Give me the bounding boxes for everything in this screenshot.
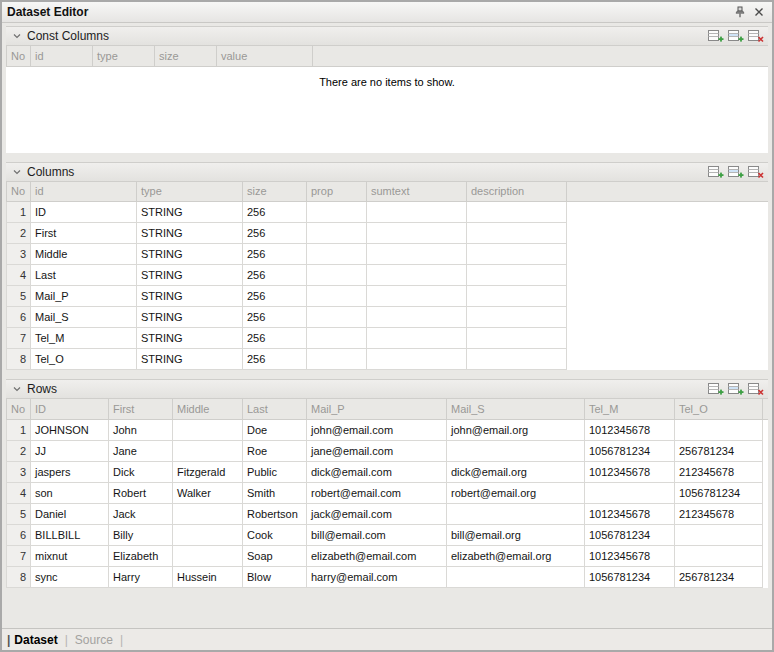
insert-row-icon[interactable] <box>727 382 744 397</box>
column-header-id[interactable]: ID <box>31 399 109 419</box>
add-row-icon[interactable] <box>707 382 724 397</box>
data-cell[interactable]: Daniel <box>31 503 109 524</box>
table-row[interactable]: 4LastSTRING256 <box>7 265 769 286</box>
data-cell[interactable]: 1012345678 <box>585 419 675 440</box>
table-row[interactable]: 8Tel_OSTRING256 <box>7 349 769 370</box>
insert-row-icon[interactable] <box>727 29 744 44</box>
table-row[interactable]: 7mixnutElizabethSoapelizabeth@email.come… <box>7 545 769 566</box>
row-number-cell[interactable]: 3 <box>7 461 31 482</box>
column-header-type[interactable]: type <box>137 182 243 202</box>
table-row[interactable]: 1JOHNSONJohnDoejohn@email.comjohn@email.… <box>7 419 769 440</box>
delete-row-icon[interactable] <box>747 164 764 179</box>
data-cell[interactable]: john@email.org <box>447 419 585 440</box>
data-cell[interactable]: Elizabeth <box>109 545 173 566</box>
table-row[interactable]: 8syncHarryHusseinBlowharry@email.com1056… <box>7 566 769 587</box>
add-row-icon[interactable] <box>707 164 724 179</box>
data-cell[interactable]: dick@email.org <box>447 461 585 482</box>
row-number-cell[interactable]: 6 <box>7 524 31 545</box>
data-cell[interactable]: harry@email.com <box>307 566 447 587</box>
data-cell[interactable] <box>173 419 243 440</box>
table-row[interactable]: 7Tel_MSTRING256 <box>7 328 769 349</box>
data-cell[interactable]: robert@email.org <box>447 482 585 503</box>
row-number-cell[interactable]: 6 <box>7 307 31 328</box>
data-cell[interactable] <box>447 503 585 524</box>
data-cell[interactable]: Soap <box>243 545 307 566</box>
data-cell[interactable] <box>367 307 467 328</box>
data-cell[interactable]: elizabeth@email.com <box>307 545 447 566</box>
column-header-id[interactable]: id <box>31 46 93 66</box>
data-cell[interactable] <box>367 202 467 223</box>
data-cell[interactable] <box>307 223 367 244</box>
data-cell[interactable] <box>467 244 567 265</box>
data-cell[interactable] <box>307 328 367 349</box>
data-cell[interactable]: Cook <box>243 524 307 545</box>
data-cell[interactable]: bill@email.org <box>447 524 585 545</box>
collapse-chevron-icon[interactable] <box>10 165 24 179</box>
data-cell[interactable] <box>467 265 567 286</box>
data-cell[interactable]: 1012345678 <box>585 503 675 524</box>
data-cell[interactable] <box>307 265 367 286</box>
data-cell[interactable]: Tel_M <box>31 328 137 349</box>
data-cell[interactable]: 256 <box>243 265 307 286</box>
tab-source[interactable]: Source <box>75 633 113 647</box>
column-header-tel_o[interactable]: Tel_O <box>675 399 763 419</box>
data-cell[interactable]: Mail_S <box>31 307 137 328</box>
row-number-cell[interactable]: 2 <box>7 223 31 244</box>
data-cell[interactable]: Billy <box>109 524 173 545</box>
data-cell[interactable]: STRING <box>137 349 243 370</box>
data-cell[interactable]: Walker <box>173 482 243 503</box>
data-cell[interactable]: dick@email.com <box>307 461 447 482</box>
column-header-tel_m[interactable]: Tel_M <box>585 399 675 419</box>
tab-dataset[interactable]: Dataset <box>14 633 57 647</box>
table-row[interactable]: 3jaspersDickFitzgeraldPublicdick@email.c… <box>7 461 769 482</box>
row-number-cell[interactable]: 8 <box>7 566 31 587</box>
data-cell[interactable]: 1056781234 <box>585 440 675 461</box>
table-row[interactable]: 6BILLBILLBillyCookbill@email.combill@ema… <box>7 524 769 545</box>
data-cell[interactable]: Jane <box>109 440 173 461</box>
data-cell[interactable] <box>467 349 567 370</box>
table-row[interactable]: 5Mail_PSTRING256 <box>7 286 769 307</box>
column-header-no[interactable]: No <box>7 399 31 419</box>
close-icon[interactable] <box>750 4 767 21</box>
collapse-chevron-icon[interactable] <box>10 29 24 43</box>
data-cell[interactable]: 256 <box>243 244 307 265</box>
column-header-description[interactable]: description <box>467 182 567 202</box>
row-number-cell[interactable]: 5 <box>7 286 31 307</box>
data-cell[interactable] <box>367 328 467 349</box>
data-cell[interactable]: ID <box>31 202 137 223</box>
column-header-no[interactable]: No <box>7 46 31 66</box>
data-cell[interactable]: Blow <box>243 566 307 587</box>
column-header-middle[interactable]: Middle <box>173 399 243 419</box>
data-cell[interactable]: 256 <box>243 286 307 307</box>
row-number-cell[interactable]: 1 <box>7 419 31 440</box>
data-cell[interactable]: 1056781234 <box>675 482 763 503</box>
data-cell[interactable] <box>307 286 367 307</box>
data-cell[interactable]: 212345678 <box>675 461 763 482</box>
data-cell[interactable]: STRING <box>137 265 243 286</box>
data-cell[interactable]: Hussein <box>173 566 243 587</box>
data-cell[interactable] <box>447 440 585 461</box>
data-cell[interactable] <box>173 545 243 566</box>
data-cell[interactable]: 1056781234 <box>585 566 675 587</box>
data-cell[interactable] <box>307 349 367 370</box>
column-header-mail_s[interactable]: Mail_S <box>447 399 585 419</box>
row-number-cell[interactable]: 3 <box>7 244 31 265</box>
row-number-cell[interactable]: 7 <box>7 545 31 566</box>
row-number-cell[interactable]: 2 <box>7 440 31 461</box>
data-cell[interactable] <box>173 503 243 524</box>
data-cell[interactable]: STRING <box>137 223 243 244</box>
column-header-sumtext[interactable]: sumtext <box>367 182 467 202</box>
data-cell[interactable]: Last <box>31 265 137 286</box>
data-cell[interactable]: Public <box>243 461 307 482</box>
row-number-cell[interactable]: 4 <box>7 482 31 503</box>
data-cell[interactable] <box>467 202 567 223</box>
column-header-id[interactable]: id <box>31 182 137 202</box>
data-cell[interactable]: 256 <box>243 328 307 349</box>
data-cell[interactable]: JJ <box>31 440 109 461</box>
add-row-icon[interactable] <box>707 29 724 44</box>
pin-icon[interactable] <box>731 4 748 21</box>
data-cell[interactable]: STRING <box>137 202 243 223</box>
table-row[interactable]: 1IDSTRING256 <box>7 202 769 223</box>
data-cell[interactable]: Doe <box>243 419 307 440</box>
data-cell[interactable] <box>367 244 467 265</box>
